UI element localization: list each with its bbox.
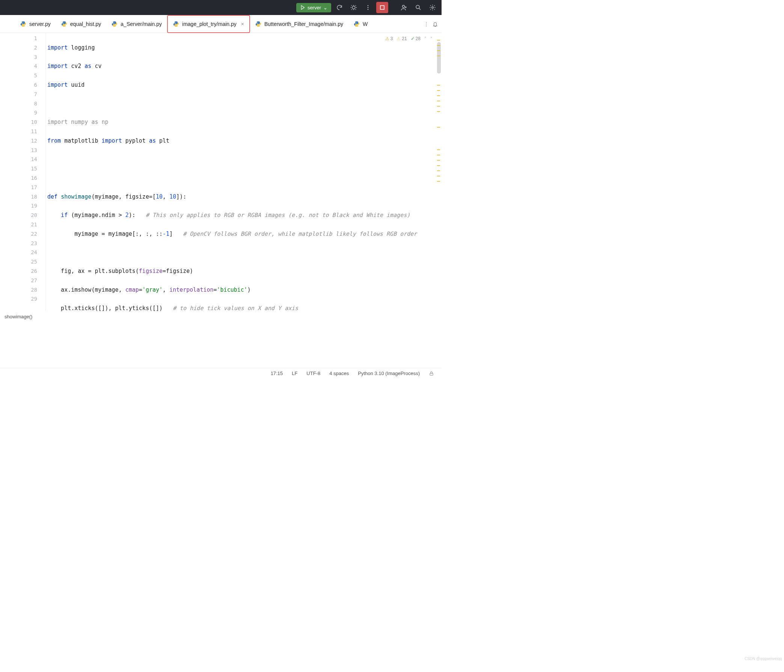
chevron-up-icon[interactable]: ˄ — [424, 36, 426, 41]
python-file-icon — [354, 21, 360, 27]
svg-point-5 — [403, 5, 405, 8]
svg-point-0 — [352, 6, 355, 9]
python-file-icon — [112, 21, 118, 27]
tool-window-area — [0, 323, 442, 368]
svg-point-1 — [367, 5, 369, 6]
file-encoding[interactable]: UTF-8 — [306, 370, 320, 376]
run-config-selector[interactable]: server ⌄ — [296, 3, 331, 12]
warning-icon: ⚠ — [385, 36, 389, 41]
play-outline-icon — [300, 5, 305, 10]
more-vert-icon[interactable] — [362, 2, 374, 13]
tab-overflow[interactable]: W — [348, 15, 369, 33]
notifications-icon[interactable] — [432, 21, 439, 27]
chevron-down-icon: ⌄ — [323, 5, 327, 11]
breadcrumbs[interactable]: showimage() — [0, 312, 442, 323]
code-with-me-icon[interactable] — [398, 2, 410, 13]
status-bar: 17:15 LF UTF-8 4 spaces Python 3.10 (Ima… — [0, 368, 442, 378]
inspection-widget[interactable]: ⚠3 ⚠21 ✓28 ˄ ˅ — [384, 35, 434, 42]
tab-actions: ⋮ — [421, 21, 442, 27]
rerun-icon[interactable] — [333, 2, 345, 13]
chevron-down-icon[interactable]: ˅ — [430, 36, 432, 41]
caret-position[interactable]: 17:15 — [271, 370, 283, 376]
tab-a-server-main[interactable]: a_Server/main.py — [106, 15, 167, 33]
settings-icon[interactable] — [426, 2, 439, 13]
svg-point-2 — [367, 7, 369, 8]
line-separator[interactable]: LF — [292, 370, 297, 376]
editor: 1234567891011121314151617181920212223242… — [0, 33, 442, 312]
typo-icon: ✓ — [411, 36, 415, 41]
tab-server[interactable]: server.py — [15, 15, 56, 33]
code-area[interactable]: import logging import cv2 as cv import u… — [46, 33, 442, 312]
tab-butterworth[interactable]: Butterworth_Filter_Image/main.py — [250, 15, 348, 33]
svg-point-3 — [367, 9, 369, 10]
python-file-icon — [173, 21, 179, 27]
line-number-gutter[interactable]: 1234567891011121314151617181920212223242… — [14, 33, 46, 312]
more-tabs-icon[interactable]: ⋮ — [424, 21, 429, 26]
svg-point-6 — [416, 5, 419, 9]
weak-warning-icon: ⚠ — [397, 36, 401, 41]
stop-button[interactable] — [376, 2, 388, 13]
debug-icon[interactable] — [348, 2, 360, 13]
python-interpreter[interactable]: Python 3.10 (ImageProcess) — [358, 370, 420, 376]
svg-point-7 — [432, 7, 434, 9]
tab-image-plot-try-main[interactable]: image_plot_try/main.py× — [167, 15, 250, 33]
search-everywhere-icon[interactable] — [412, 2, 424, 13]
python-file-icon — [20, 21, 26, 27]
lock-icon[interactable] — [429, 371, 434, 376]
close-tab-icon[interactable]: × — [241, 21, 244, 27]
tab-equal-hist[interactable]: equal_hist.py — [56, 15, 107, 33]
titlebar: server ⌄ — [0, 0, 442, 15]
tab-bar: server.py equal_hist.py a_Server/main.py… — [0, 15, 442, 33]
python-file-icon — [61, 21, 67, 27]
left-margin — [0, 33, 14, 312]
python-file-icon — [255, 21, 261, 27]
svg-rect-4 — [380, 6, 384, 9]
run-config-label: server — [308, 5, 321, 11]
svg-rect-8 — [430, 373, 433, 375]
error-stripe[interactable] — [437, 40, 440, 186]
indent-config[interactable]: 4 spaces — [329, 370, 349, 376]
